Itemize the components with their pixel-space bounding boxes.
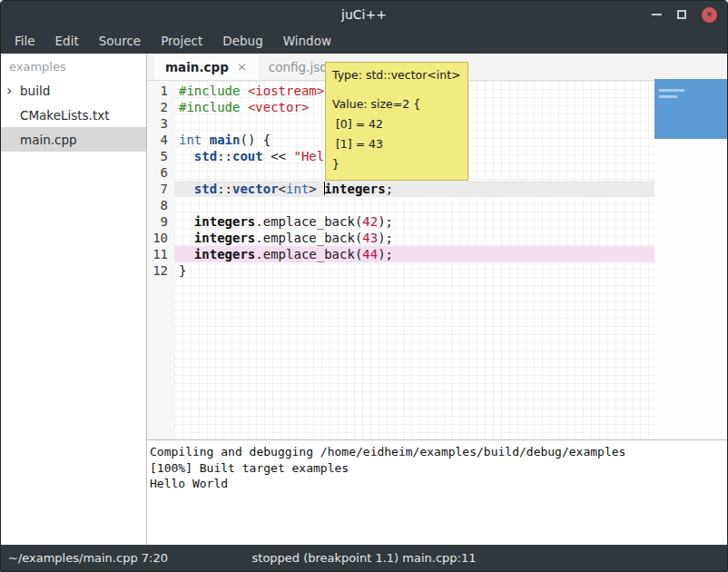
file-explorer: examples ›buildCMakeLists.txtmain.cpp: [1, 54, 146, 545]
code-token: }: [179, 263, 186, 278]
code-token: .: [255, 231, 262, 245]
code-line-9[interactable]: integers.emplace_back(42);: [174, 213, 654, 230]
file-name: build: [20, 84, 50, 98]
code-token: integers: [194, 247, 255, 261]
close-tab-icon[interactable]: ×: [237, 60, 247, 74]
code-token: .: [255, 214, 262, 229]
code-token: ;: [386, 182, 393, 196]
code-token: [240, 84, 247, 98]
code-token: );: [378, 247, 393, 261]
code-token: ::: [217, 149, 232, 163]
line-number[interactable]: 8: [147, 197, 174, 213]
code-token: () {: [240, 133, 271, 147]
code-token: int: [179, 133, 202, 147]
line-number[interactable]: 11: [147, 246, 174, 262]
code-token: int: [286, 182, 309, 196]
minimize-icon[interactable]: [652, 14, 662, 15]
scrollbar-thumb[interactable]: [654, 79, 727, 139]
code-token: integers: [194, 231, 255, 245]
menu-debug[interactable]: Debug: [212, 30, 272, 52]
code-line-10[interactable]: integers.emplace_back(43);: [174, 230, 654, 246]
line-number[interactable]: 7: [147, 181, 174, 197]
code-token: 43: [362, 231, 378, 245]
debug-tooltip: Type: std::vector<int>Value: size=2 { [0…: [325, 62, 468, 181]
menu-file[interactable]: File: [5, 30, 45, 52]
output-line: [100%] Built target examples: [150, 460, 725, 477]
menu-edit[interactable]: Edit: [45, 30, 89, 52]
overview-mark: [659, 89, 684, 92]
code-token: [179, 214, 194, 229]
file-tree-item-cmakelists-txt[interactable]: CMakeLists.txt: [1, 103, 146, 127]
code-token: <: [279, 182, 286, 196]
file-path-status: ~/examples/main.cpp 7:20: [1, 551, 168, 565]
maximize-icon[interactable]: [677, 10, 686, 19]
menu-project[interactable]: Project: [151, 30, 212, 52]
file-name: CMakeLists.txt: [20, 108, 110, 123]
tab-main-cpp[interactable]: main.cpp×: [154, 54, 258, 80]
code-token: [179, 149, 194, 163]
line-number[interactable]: 3: [147, 115, 174, 132]
code-token: emplace_back: [263, 247, 355, 261]
tab-label: main.cpp: [165, 60, 229, 74]
code-token: 42: [362, 214, 378, 229]
scrollbar-track[interactable]: [654, 81, 727, 439]
code-token: emplace_back: [263, 231, 355, 245]
menu-source[interactable]: Source: [89, 30, 151, 52]
code-token: .: [255, 247, 262, 261]
code-token: );: [378, 231, 393, 245]
chevron-right-icon[interactable]: ›: [6, 84, 20, 98]
code-token: [202, 133, 209, 147]
line-number[interactable]: 2: [147, 99, 174, 115]
line-number[interactable]: 4: [147, 132, 174, 148]
code-line-7[interactable]: std::vector<int> integers;: [174, 181, 654, 197]
output-terminal[interactable]: Compiling and debugging /home/eidheim/ex…: [147, 440, 727, 545]
menu-bar: FileEditSourceProjectDebugWindow: [1, 28, 727, 54]
title-bar: juCi++ ✕: [1, 1, 727, 28]
code-token: main: [210, 133, 241, 147]
line-number[interactable]: 1: [147, 83, 174, 99]
tooltip-line: [0] = 42: [332, 114, 461, 134]
code-token: [179, 182, 194, 196]
line-number[interactable]: 5: [147, 148, 174, 164]
code-token: [240, 100, 247, 114]
code-token: 44: [362, 247, 378, 261]
code-token: <<: [263, 149, 294, 163]
code-token: cout: [232, 149, 263, 163]
close-icon[interactable]: ✕: [702, 7, 717, 23]
file-explorer-header: examples: [1, 54, 146, 78]
code-token: integers: [324, 182, 385, 196]
app-window: juCi++ ✕ FileEditSourceProjectDebugWindo…: [0, 0, 728, 572]
file-tree-item-main-cpp[interactable]: main.cpp: [1, 127, 146, 152]
code-token: [179, 231, 194, 245]
tooltip-line: }: [332, 154, 461, 174]
code-token: #include: [179, 84, 240, 98]
code-token: <vector>: [248, 100, 309, 114]
code-token: integers: [194, 214, 255, 229]
code-line-12[interactable]: }: [174, 262, 654, 279]
code-token: ::: [217, 182, 232, 196]
code-token: "Hel: [293, 149, 324, 163]
menu-window[interactable]: Window: [273, 30, 341, 52]
window-title: juCi++: [341, 7, 387, 22]
file-name: main.cpp: [20, 133, 77, 147]
line-number[interactable]: 6: [147, 164, 174, 181]
line-number-gutter: 123456789101112: [147, 81, 174, 439]
output-line: Compiling and debugging /home/eidheim/ex…: [150, 444, 725, 460]
code-line-8[interactable]: [174, 197, 654, 213]
file-tree-item-build[interactable]: ›build: [1, 78, 146, 103]
window-controls: ✕: [652, 1, 717, 28]
code-token: >: [309, 182, 324, 196]
code-line-11[interactable]: integers.emplace_back(44);: [174, 246, 654, 262]
code-token: vector: [232, 182, 279, 196]
tooltip-line: Value: size=2 {: [332, 94, 461, 114]
code-token: [179, 247, 194, 261]
tooltip-line: Type: std::vector<int>: [332, 66, 461, 84]
status-bar: stopped (breakpoint 1.1) main.cpp:11 ~/e…: [1, 545, 727, 571]
tooltip-line: [1] = 43: [332, 134, 461, 154]
line-number[interactable]: 12: [147, 262, 174, 279]
file-tree: ›buildCMakeLists.txtmain.cpp: [1, 78, 146, 152]
output-line: Hello World: [150, 476, 725, 492]
code-token: <iostream>: [248, 84, 324, 98]
line-number[interactable]: 9: [147, 213, 174, 230]
line-number[interactable]: 10: [147, 230, 174, 246]
